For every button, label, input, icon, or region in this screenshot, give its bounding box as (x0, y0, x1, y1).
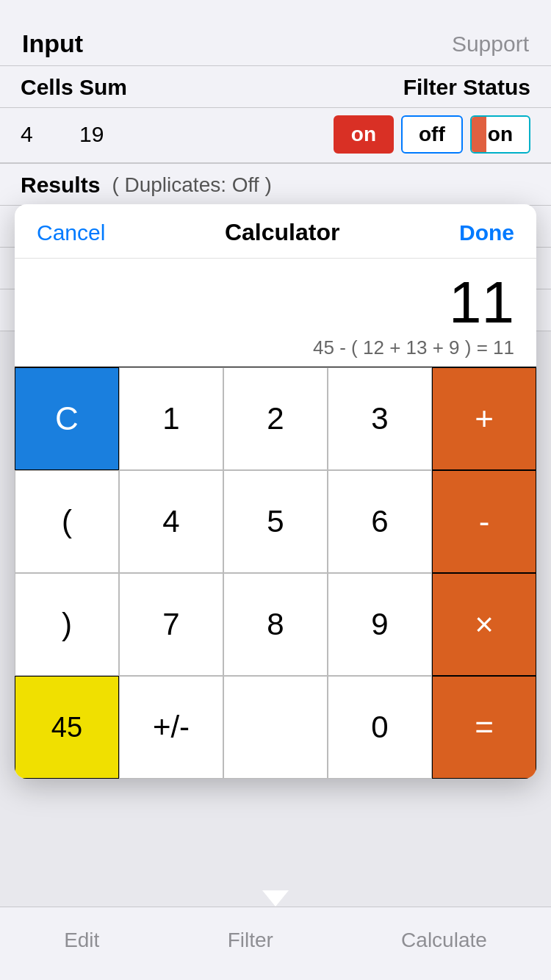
filter-off-button[interactable]: off (401, 115, 463, 154)
duplicates-label: ( Duplicates: Off ) (112, 173, 271, 197)
filter-on2-button[interactable]: on (470, 115, 530, 154)
num-1-button[interactable]: 1 (119, 367, 223, 470)
num-3-button[interactable]: 3 (328, 367, 432, 470)
filter-status-header: Filter Status (403, 75, 530, 100)
calculator-title: Calculator (225, 219, 339, 246)
close-paren-button[interactable]: ) (15, 573, 119, 676)
plus-button[interactable]: + (432, 367, 536, 470)
calculator-display: 11 45 - ( 12 + 13 + 9 ) = 11 (15, 259, 536, 367)
cancel-button[interactable]: Cancel (37, 220, 105, 245)
calculator-result: 11 (37, 273, 514, 332)
filter-button[interactable]: Filter (228, 929, 273, 952)
tooltip-arrow (262, 890, 289, 907)
num-8-button[interactable]: 8 (223, 573, 328, 676)
plus-minus-button[interactable]: +/- (119, 676, 223, 779)
equals-button[interactable]: = (432, 676, 536, 779)
num-6-button[interactable]: 6 (328, 470, 432, 573)
results-label: Results (21, 173, 100, 198)
results-header: Results ( Duplicates: Off ) (0, 164, 551, 206)
nav-bar: Input Support (0, 0, 551, 66)
cells-header: Cells (21, 75, 79, 100)
calculator-header: Cancel Calculator Done (15, 204, 536, 259)
num-0-button[interactable]: 0 (328, 676, 432, 779)
filter-buttons: on off on (334, 115, 530, 154)
num-2-button[interactable]: 2 (223, 367, 328, 470)
num-5-button[interactable]: 5 (223, 470, 328, 573)
empty-button (223, 676, 328, 779)
done-button[interactable]: Done (459, 220, 514, 245)
sum-value: 19 (79, 122, 168, 147)
value-45-button[interactable]: 45 (15, 676, 119, 779)
calculate-button[interactable]: Calculate (401, 929, 487, 952)
calculator-grid: C 1 2 3 + ( 4 5 6 - ) 7 8 9 × 45 +/- 0 = (15, 367, 536, 779)
minus-button[interactable]: - (432, 470, 536, 573)
support-link[interactable]: Support (452, 32, 529, 57)
page-title: Input (22, 29, 83, 58)
clear-button[interactable]: C (15, 367, 119, 470)
table-header: Cells Sum Filter Status (0, 66, 551, 108)
edit-button[interactable]: Edit (64, 929, 99, 952)
multiply-button[interactable]: × (432, 573, 536, 676)
num-9-button[interactable]: 9 (328, 573, 432, 676)
sum-header: Sum (79, 75, 168, 100)
data-row: 4 19 on off on (0, 108, 551, 164)
cells-value: 4 (21, 122, 79, 147)
filter-on-button[interactable]: on (334, 115, 394, 154)
num-4-button[interactable]: 4 (119, 470, 223, 573)
bottom-toolbar: Edit Filter Calculate (0, 907, 551, 980)
num-7-button[interactable]: 7 (119, 573, 223, 676)
calculator-modal: Cancel Calculator Done 11 45 - ( 12 + 13… (15, 204, 536, 779)
open-paren-button[interactable]: ( (15, 470, 119, 573)
calculator-expression: 45 - ( 12 + 13 + 9 ) = 11 (37, 336, 514, 359)
